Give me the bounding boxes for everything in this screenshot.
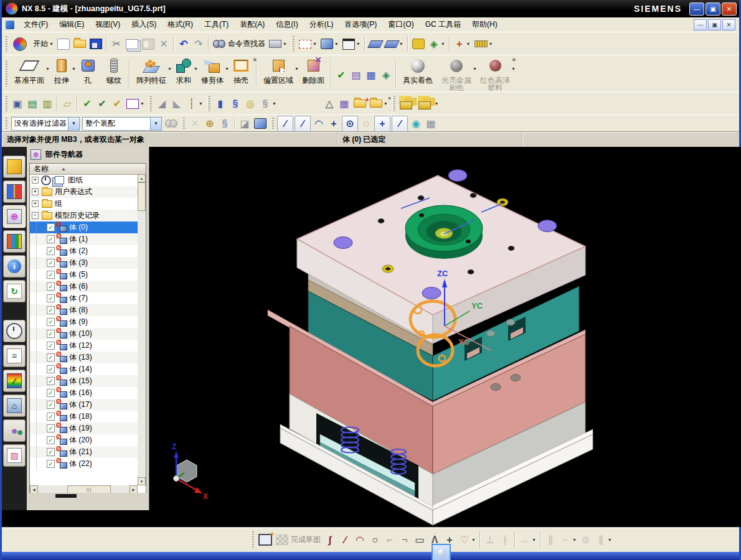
spreadsheet-button[interactable]: ▤: [349, 67, 364, 82]
chevron-down-icon[interactable]: ▼: [471, 538, 476, 542]
toolbar-grip[interactable]: [251, 531, 254, 548]
graphics-viewport[interactable]: ZC YC XC Z X: [149, 147, 741, 527]
tree-body-row[interactable]: ✓体 (13): [30, 352, 138, 363]
hole-button[interactable]: 孔: [75, 57, 101, 85]
snap-center-button[interactable]: ⊙: [342, 116, 358, 132]
copy-button[interactable]: [124, 38, 140, 50]
chevron-down-icon[interactable]: ▼: [384, 101, 388, 106]
layer-settings-button[interactable]: ▤: [25, 96, 40, 111]
tree-folder-expressions[interactable]: + 用户表达式: [30, 186, 138, 198]
spring-tool-button[interactable]: §: [228, 96, 243, 111]
chevron-down-icon[interactable]: ▼: [68, 118, 79, 130]
shell-button[interactable]: 抽壳: [228, 57, 254, 85]
part-navigator-button[interactable]: ⊕: [3, 205, 26, 228]
chevron-down-icon[interactable]: ▼: [489, 42, 493, 46]
tree-body-row[interactable]: ✓体 (12): [30, 340, 138, 352]
assembly-navigator-button[interactable]: [3, 156, 26, 178]
trim-body-button[interactable]: 修剪体▼: [197, 57, 228, 85]
abc-annotation-button[interactable]: ▼: [125, 98, 146, 110]
menu-item-9[interactable]: 首选项(P): [339, 18, 382, 31]
toolbar-grip[interactable]: [291, 36, 295, 52]
view-triad[interactable]: Z X: [172, 442, 208, 501]
checkbox-checked-icon[interactable]: ✓: [47, 436, 55, 444]
tree-body-row[interactable]: ✓体 (6): [30, 281, 138, 292]
chevron-down-icon[interactable]: ▼: [150, 118, 161, 130]
scroll-down-icon[interactable]: ▼: [138, 477, 146, 485]
body-rule-button[interactable]: [252, 117, 268, 130]
roles-button[interactable]: ☻: [3, 419, 26, 442]
selection-filter-dropdown[interactable]: 没有选择过滤器 ▼: [11, 117, 80, 131]
ruler-button[interactable]: ▼: [473, 39, 495, 49]
tree-body-row[interactable]: ✓体 (2): [30, 245, 138, 257]
equal-button[interactable]: ∦▼: [593, 533, 614, 548]
cut-button[interactable]: ✂: [109, 37, 124, 52]
nx-start-button[interactable]: 开始 ▼: [10, 36, 55, 52]
grid-snap-button[interactable]: ▦: [423, 116, 438, 131]
tree-body-row[interactable]: ✓体 (15): [30, 375, 138, 387]
part-family-button[interactable]: [398, 96, 417, 111]
chevron-down-icon[interactable]: ▼: [313, 42, 317, 46]
snap-existing-button[interactable]: ∕: [392, 116, 408, 132]
rectangle-button[interactable]: ▭: [412, 533, 427, 548]
tree-folder-history[interactable]: − 模型历史记录: [30, 210, 138, 222]
checkbox-checked-icon[interactable]: ✓: [47, 353, 55, 362]
doc-restore-button[interactable]: ▣: [708, 19, 721, 30]
tree-column-header[interactable]: 名称 ▲: [30, 164, 146, 175]
extrude-button[interactable]: 拉伸▼: [49, 57, 75, 85]
locating-ring[interactable]: [405, 205, 483, 259]
chevron-down-icon[interactable]: ▼: [511, 67, 516, 71]
tube-button[interactable]: ▮: [213, 96, 228, 111]
view-background-button[interactable]: ▼: [341, 37, 362, 51]
part-family-2-button[interactable]: ▼: [417, 96, 441, 111]
menu-item-3[interactable]: 插入(S): [126, 18, 162, 31]
collapse-icon[interactable]: −: [32, 212, 39, 219]
toolbar-grip[interactable]: [392, 96, 395, 112]
menu-item-4[interactable]: 格式(R): [162, 18, 199, 31]
guide-hole[interactable]: [422, 287, 441, 299]
undo-button[interactable]: ↶: [176, 37, 191, 52]
fillet-button[interactable]: ⌐: [382, 533, 397, 548]
fit-view-button[interactable]: ▼: [297, 39, 319, 50]
checkbox-checked-icon[interactable]: ✓: [47, 294, 55, 302]
mold-assembly-model[interactable]: ZC YC XC Z X: [149, 147, 741, 527]
tree-body-row[interactable]: ✓体 (9): [30, 316, 138, 328]
face-rule-button[interactable]: ◪: [237, 116, 252, 131]
checkbox-checked-icon[interactable]: ✓: [47, 448, 55, 456]
menu-item-2[interactable]: 视图(V): [90, 18, 126, 31]
menu-item-11[interactable]: GC 工具箱: [420, 18, 466, 31]
history-button[interactable]: ↻: [3, 280, 26, 302]
toolbar-grip[interactable]: [207, 96, 210, 112]
checkbox-checked-icon[interactable]: ✓: [47, 235, 55, 243]
toolbar-grip[interactable]: [182, 118, 185, 129]
deviation-gauge-button[interactable]: ┆▼: [184, 96, 205, 111]
folder-new-button[interactable]: +: [352, 98, 368, 109]
snap-midpoint-button[interactable]: ∕: [295, 116, 311, 132]
close-button[interactable]: ✕: [722, 2, 737, 16]
highlighted-hidden-button[interactable]: [432, 544, 451, 560]
true-shading-button[interactable]: 真实着色: [399, 57, 437, 85]
toolbar-grip[interactable]: [271, 118, 274, 129]
offset-region-button[interactable]: 偏置区域▼: [259, 57, 298, 85]
toolbar-grip[interactable]: [4, 96, 7, 112]
redo-button[interactable]: ↷: [191, 37, 206, 52]
tree-body-row[interactable]: ✓体 (20): [30, 434, 138, 446]
palette-list-button[interactable]: ≡: [3, 345, 26, 367]
fit-frame-button[interactable]: ▣: [10, 96, 25, 111]
tree-body-row[interactable]: ✓体 (8): [30, 304, 138, 316]
tree-body-row[interactable]: ✓体 (3): [30, 257, 138, 269]
tree-body-row[interactable]: ✓体 (14): [30, 363, 138, 375]
checkbox-checked-icon[interactable]: ✓: [47, 247, 55, 255]
scene-button[interactable]: ⌂: [3, 394, 26, 417]
expand-icon[interactable]: +: [32, 200, 39, 207]
chamfer-button[interactable]: ¬: [397, 533, 412, 548]
menu-item-0[interactable]: 文件(F): [18, 18, 54, 31]
folder-options-button[interactable]: °▼: [368, 98, 390, 109]
checkbox-checked-icon[interactable]: ✓: [47, 377, 55, 385]
gallery-button[interactable]: ▨: [3, 444, 26, 467]
checkbox-checked-icon[interactable]: ✓: [47, 259, 55, 267]
table-grid-button[interactable]: ▦: [337, 96, 352, 111]
selection-binoculars-button[interactable]: [163, 118, 179, 129]
chevron-down-icon[interactable]: ▼: [272, 101, 276, 106]
checkbox-checked-icon[interactable]: ✓: [47, 401, 55, 409]
auto-constrain-button[interactable]: ∤: [498, 533, 512, 548]
